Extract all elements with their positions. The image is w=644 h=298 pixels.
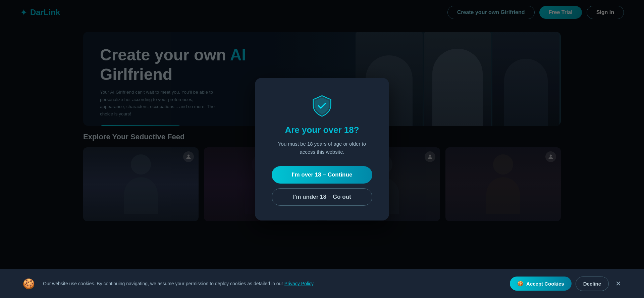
shield-icon: [310, 94, 334, 117]
cookie-icon: 🍪: [20, 275, 37, 292]
modal-overlay: Are your over 18? You must be 18 years o…: [0, 0, 644, 298]
over-18-button[interactable]: I'm over 18 – Continue: [272, 166, 372, 184]
accept-cookies-button[interactable]: 🍪 Accept Cookies: [510, 277, 572, 291]
privacy-policy-link[interactable]: Privacy Policy: [284, 281, 313, 286]
modal-description: You must be 18 years of age or older to …: [272, 140, 372, 156]
cookie-text: Our website use cookies. By continuing n…: [43, 281, 315, 286]
cookie-actions: 🍪 Accept Cookies Decline ✕: [510, 277, 624, 291]
cookie-banner: 🍪 Our website use cookies. By continuing…: [0, 269, 644, 298]
under-18-button[interactable]: I'm under 18 – Go out: [272, 188, 372, 206]
age-verification-modal: Are your over 18? You must be 18 years o…: [255, 78, 389, 220]
modal-title: Are your over 18?: [272, 125, 372, 135]
accept-cookies-label: Accept Cookies: [526, 281, 564, 287]
decline-cookies-button[interactable]: Decline: [576, 277, 609, 291]
close-cookie-button[interactable]: ✕: [613, 278, 624, 289]
cookie-check-icon: 🍪: [517, 281, 524, 287]
cookie-left: 🍪 Our website use cookies. By continuing…: [20, 275, 315, 292]
